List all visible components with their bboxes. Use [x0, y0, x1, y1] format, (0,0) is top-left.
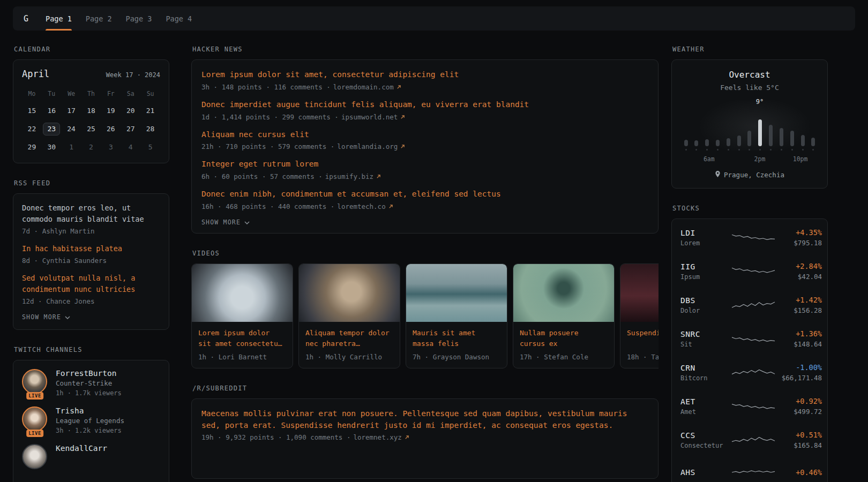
- stock-left: AETAmet: [680, 397, 731, 416]
- weather-hourly-chart: 9°: [684, 100, 815, 150]
- calendar-weekday: Su: [140, 88, 160, 100]
- tab-page-2[interactable]: Page 2: [86, 6, 112, 31]
- weather-bar: [684, 140, 688, 146]
- stock-sparkline: [731, 464, 776, 480]
- video-title[interactable]: Aliquam tempor dolor nec pharetra…: [299, 322, 400, 350]
- stock-row-aet[interactable]: AETAmet+0.92%$499.72: [680, 389, 819, 423]
- news-item-domain[interactable]: ipsumify.biz: [325, 172, 373, 180]
- stock-row-ldi[interactable]: LDILorem+4.35%$795.18: [680, 221, 819, 254]
- weather-bar-dot: [759, 149, 761, 150]
- channel-name[interactable]: ForrestBurton: [56, 369, 122, 378]
- subreddit-card: Maecenas mollis pulvinar erat non posuer…: [191, 398, 659, 479]
- location-pin-icon: [715, 170, 721, 179]
- calendar-day-3: 3: [101, 140, 121, 154]
- news-item-meta-text: 16h · 468 points · 440 comments ·: [201, 202, 334, 210]
- twitch-channel[interactable]: KendallCarr: [22, 444, 160, 469]
- video-title[interactable]: Suspendisse diam: [620, 322, 659, 350]
- news-item: Integer eget rutrum lorem6h · 60 points …: [201, 159, 648, 180]
- video-title[interactable]: Nullam posuere cursus ex: [513, 322, 614, 350]
- stock-row-dbs[interactable]: DBSDolor+1.42%$156.28: [680, 288, 819, 322]
- video-card: Lorem ipsum dolor sit amet consectetu…1h…: [191, 263, 293, 368]
- news-item-domain[interactable]: loremnet.xyz: [353, 433, 401, 441]
- channel-name[interactable]: Trisha: [56, 406, 124, 415]
- avatar: [22, 369, 47, 394]
- stock-ticker: IIG: [680, 262, 731, 271]
- stock-sparkline: [731, 230, 776, 246]
- video-title[interactable]: Mauris sit amet massa felis: [406, 322, 507, 350]
- video-thumbnail[interactable]: [192, 264, 293, 322]
- calendar-day-number: 25: [87, 125, 95, 133]
- stock-left: CCSConsectetur: [680, 431, 731, 449]
- weather-bar-dot: [749, 149, 750, 150]
- twitch-heading: TWITCH CHANNELS: [14, 346, 169, 353]
- avatar: [22, 406, 47, 432]
- tab-page-4[interactable]: Page 4: [166, 6, 192, 31]
- avatar-wrap: [22, 444, 48, 469]
- news-item-domain[interactable]: loremdomain.com: [333, 83, 394, 91]
- calendar-day-number: 1: [69, 143, 73, 151]
- rss-item-title[interactable]: In hac habitasse platea: [22, 243, 160, 254]
- weather-current-temp: 9°: [756, 98, 764, 106]
- show-more-button[interactable]: SHOW MORE: [201, 219, 648, 226]
- twitch-widget: TWITCH CHANNELS LIVEForrestBurtonCounter…: [13, 346, 169, 482]
- weather-bar: [811, 138, 815, 146]
- weather-bar-column: [737, 135, 741, 150]
- video-thumbnail[interactable]: [406, 264, 507, 322]
- stock-row-iig[interactable]: IIGIpsum+2.84%$42.04: [680, 254, 819, 288]
- stock-right: +0.46%: [776, 468, 822, 477]
- subreddit-heading: /R/SUBREDDIT: [192, 385, 659, 392]
- stock-price: $156.28: [776, 306, 822, 314]
- weather-bar-column: [705, 139, 709, 150]
- rss-item-title[interactable]: Sed volutpat nulla nisl, a condimentum n…: [22, 273, 160, 295]
- news-item-title[interactable]: Donec imperdiet augue tincidunt felis al…: [201, 99, 648, 111]
- calendar-day-number: 24: [67, 125, 76, 133]
- news-item-title[interactable]: Maecenas mollis pulvinar erat non posuer…: [201, 408, 648, 432]
- channel-name[interactable]: KendallCarr: [56, 444, 107, 453]
- calendar-day-number: 20: [126, 107, 135, 115]
- news-item-title[interactable]: Aliquam nec cursus elit: [201, 129, 648, 141]
- news-item-title[interactable]: Donec enim nibh, condimentum et accumsan…: [201, 189, 648, 200]
- chevron-down-icon: [244, 219, 250, 226]
- rss-item-meta: 7d · Ashlyn Martin: [22, 227, 160, 235]
- channel-info: TrishaLeague of Legends3h · 1.2k viewers: [56, 406, 124, 434]
- stock-ticker: AET: [680, 397, 731, 406]
- stock-sparkline: [731, 331, 776, 347]
- rss-widget: RSS FEED Donec tempor eros leo, ut commo…: [13, 179, 169, 330]
- news-item-meta: 1d · 1,414 points · 299 comments ·ipsumw…: [201, 113, 648, 121]
- stock-right: +0.51%$165.84: [776, 431, 822, 449]
- video-thumbnail[interactable]: [620, 264, 659, 322]
- weather-bar: [716, 140, 720, 146]
- weather-bar-dot: [791, 149, 793, 150]
- weather-bar-dot: [728, 149, 729, 150]
- news-item-meta: 21h · 710 points · 579 comments ·loremla…: [201, 142, 648, 150]
- weather-bar: [801, 135, 805, 146]
- news-item-title[interactable]: Integer eget rutrum lorem: [201, 159, 648, 170]
- twitch-channel[interactable]: LIVETrishaLeague of Legends3h · 1.2k vie…: [22, 406, 160, 434]
- video-thumbnail[interactable]: [299, 264, 400, 322]
- weather-bar-column: [694, 140, 699, 150]
- stock-row-ccs[interactable]: CCSConsectetur+0.51%$165.84: [680, 423, 819, 457]
- news-item-meta-text: 21h · 710 points · 579 comments ·: [201, 142, 334, 150]
- calendar-day-5: 5: [140, 140, 160, 154]
- video-thumbnail[interactable]: [513, 264, 614, 322]
- weather-bar-column: [715, 140, 720, 150]
- stock-row-ahs[interactable]: AHS+0.46%: [680, 457, 819, 482]
- twitch-channel[interactable]: LIVEForrestBurtonCounter-Strike1h · 1.7k…: [22, 369, 160, 397]
- tab-page-1[interactable]: Page 1: [46, 6, 72, 31]
- stock-left: AHS: [680, 468, 731, 477]
- tab-page-3[interactable]: Page 3: [126, 6, 152, 31]
- stock-row-crn[interactable]: CRNBitcorn-1.00%$66,171.48: [680, 356, 819, 389]
- tab-label: Page 1: [46, 14, 72, 23]
- stock-row-snrc[interactable]: SNRCSit+1.36%$148.64: [680, 322, 819, 356]
- weather-bar-column: [758, 119, 762, 150]
- show-more-button[interactable]: SHOW MORE: [22, 313, 160, 321]
- calendar-grid: MoTuWeThFrSaSu15161718192021222324252627…: [22, 88, 160, 154]
- stock-price: $499.72: [776, 408, 822, 416]
- news-item-domain[interactable]: loremtech.co: [337, 202, 385, 210]
- news-item-title[interactable]: Lorem ipsum dolor sit amet, consectetur …: [201, 69, 648, 81]
- news-item-domain[interactable]: ipsumworld.net: [341, 113, 398, 121]
- news-item-domain[interactable]: loremlandia.org: [337, 142, 398, 150]
- rss-item-title[interactable]: Donec tempor eros leo, ut commodo mauris…: [22, 202, 160, 225]
- video-title[interactable]: Lorem ipsum dolor sit amet consectetu…: [192, 322, 293, 350]
- weather-bar-dot: [802, 149, 804, 150]
